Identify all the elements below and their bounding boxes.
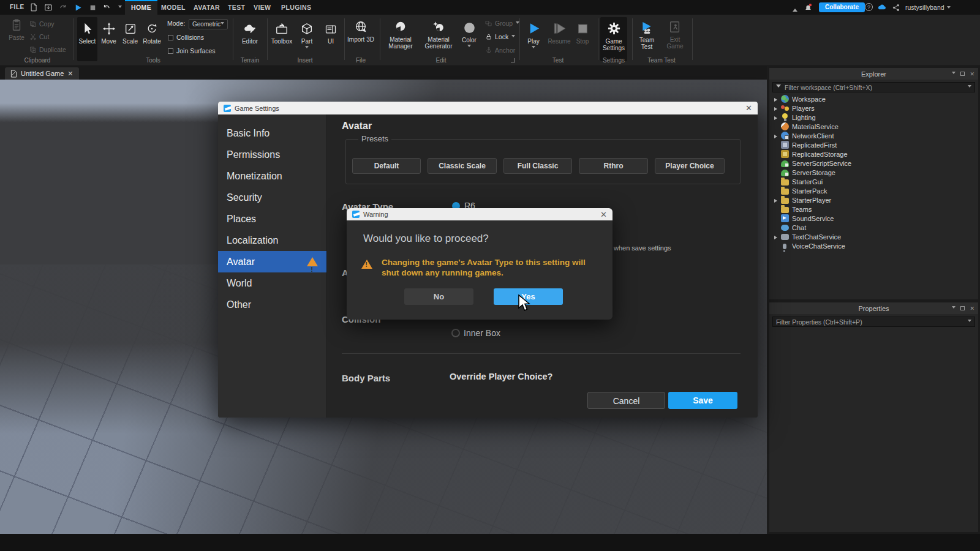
quick-play-icon[interactable] [72, 2, 83, 12]
mode-dropdown[interactable]: Geometric [189, 19, 228, 29]
tree-item[interactable]: StarterGui [769, 177, 978, 186]
quick-stop-icon[interactable] [87, 2, 98, 12]
resume-button[interactable]: Resume [546, 21, 572, 45]
play-caret-icon[interactable] [532, 46, 535, 50]
warning-titlebar[interactable]: Warning ✕ [347, 208, 612, 220]
ui-button[interactable]: UI [321, 23, 341, 45]
preset-classic-scale-button[interactable]: Classic Scale [428, 158, 497, 174]
warning-close-icon[interactable]: ✕ [600, 211, 607, 219]
preset-player-choice-button[interactable]: Player Choice [655, 158, 725, 174]
material-manager-button[interactable]: Material Manager [383, 20, 418, 50]
collisions-checkbox-box[interactable] [168, 35, 173, 40]
share-icon[interactable] [891, 2, 902, 12]
help-icon[interactable]: ? [865, 3, 873, 11]
customize-toolbar-icon[interactable] [115, 2, 126, 12]
tree-item[interactable]: Teams [769, 204, 978, 214]
exit-game-button[interactable]: Exit Game [663, 20, 687, 50]
open-file-icon[interactable] [43, 2, 54, 12]
properties-header[interactable]: Properties ✕ [769, 302, 978, 314]
tree-item[interactable]: StarterPack [769, 186, 978, 195]
play-button[interactable]: Play [523, 21, 544, 50]
explorer-close-icon[interactable]: ✕ [970, 71, 974, 77]
cut-button[interactable]: Cut [29, 33, 49, 40]
close-tab-icon[interactable]: ✕ [67, 70, 73, 78]
collisions-checkbox[interactable]: Collisions [168, 34, 204, 41]
duplicate-button[interactable]: Duplicate [29, 46, 66, 53]
file-menu[interactable]: FILE [5, 0, 29, 15]
tab-plugins[interactable]: PLUGINS [275, 0, 317, 15]
no-button[interactable]: No [404, 288, 473, 305]
color-caret-icon[interactable] [467, 45, 471, 49]
nav-world[interactable]: World [218, 272, 326, 294]
properties-close-icon[interactable]: ✕ [970, 305, 974, 312]
nav-avatar[interactable]: Avatar [218, 251, 326, 272]
tree-item[interactable]: SoundService [769, 214, 978, 223]
collaborate-button[interactable]: Collaborate [819, 2, 865, 12]
cloud-sync-icon[interactable] [876, 2, 888, 12]
redo-icon[interactable] [58, 2, 69, 12]
move-tool-button[interactable]: Move [99, 22, 119, 45]
material-generator-button[interactable]: Material Generator [420, 20, 457, 50]
tab-avatar[interactable]: AVATAR [187, 0, 226, 15]
select-tool-button[interactable]: Select [77, 17, 97, 61]
inner-box-radio[interactable] [451, 329, 460, 337]
undo-icon[interactable] [101, 2, 112, 12]
save-button[interactable]: Save [668, 392, 737, 409]
nav-localization[interactable]: Localization [218, 230, 326, 251]
explorer-collapse-icon[interactable] [952, 72, 956, 76]
expand-arrow-icon[interactable] [774, 105, 781, 112]
tab-model[interactable]: MODEL [155, 0, 192, 15]
expand-arrow-icon[interactable] [774, 132, 781, 140]
game-settings-close-icon[interactable]: ✕ [745, 104, 752, 112]
properties-float-icon[interactable] [960, 306, 965, 310]
tree-item[interactable]: TextChatService [769, 232, 978, 241]
join-surfaces-checkbox[interactable]: Join Surfaces [168, 47, 216, 54]
join-surfaces-checkbox-box[interactable] [168, 48, 173, 54]
tree-item[interactable]: ServerStorage [769, 168, 978, 177]
expand-arrow-icon[interactable] [774, 114, 781, 121]
toolbox-button[interactable]: Toolbox [270, 22, 294, 45]
tree-item[interactable]: Players [769, 103, 978, 113]
expand-arrow-icon[interactable] [774, 233, 781, 241]
explorer-float-icon[interactable] [960, 72, 965, 76]
explorer-filter-caret-icon[interactable] [968, 85, 971, 89]
paste-button[interactable]: Paste [6, 18, 27, 41]
tree-item[interactable]: ReplicatedStorage [769, 149, 978, 159]
copy-button[interactable]: Copy [29, 20, 55, 28]
nav-monetization[interactable]: Monetization [218, 165, 326, 187]
anchor-button[interactable]: Anchor [485, 47, 515, 54]
username-label[interactable]: rustysillyband [905, 0, 944, 15]
game-settings-button[interactable]: Game Settings [600, 17, 627, 61]
edit-group-launcher-icon[interactable] [511, 58, 515, 62]
part-caret-icon[interactable] [305, 46, 309, 50]
preset-rthro-button[interactable]: Rthro [579, 158, 648, 174]
nav-basic-info[interactable]: Basic Info [218, 122, 326, 144]
user-menu-caret-icon[interactable] [947, 6, 951, 10]
part-button[interactable]: Part [296, 22, 317, 50]
collapse-ribbon-icon[interactable] [793, 6, 797, 12]
terrain-editor-button[interactable]: Editor [238, 22, 262, 45]
tree-item[interactable]: ReplicatedFirst [769, 140, 978, 149]
tree-item[interactable]: NetworkClient [769, 131, 978, 140]
team-test-button[interactable]: Team Test [635, 20, 659, 51]
rotate-tool-button[interactable]: Rotate [141, 22, 162, 45]
tree-item[interactable]: MaterialService [769, 122, 978, 131]
preset-default-button[interactable]: Default [352, 158, 421, 174]
tree-item[interactable]: VoiceChatService [769, 241, 978, 250]
tree-item[interactable]: Lighting [769, 113, 978, 122]
expand-arrow-icon[interactable] [774, 96, 781, 103]
group-button[interactable]: Group [485, 20, 519, 27]
properties-collapse-icon[interactable] [952, 306, 956, 310]
tree-item[interactable]: StarterPlayer [769, 195, 978, 204]
new-file-icon[interactable] [28, 2, 39, 12]
explorer-filter-input[interactable]: Filter workspace (Ctrl+Shift+X) [772, 82, 975, 92]
lock-button[interactable]: Lock [485, 33, 515, 40]
properties-filter-input[interactable]: Filter Properties (Ctrl+Shift+P) [772, 317, 975, 327]
nav-places[interactable]: Places [218, 208, 326, 230]
color-button[interactable]: Color [458, 21, 480, 49]
notifications-bell-icon[interactable] [802, 2, 813, 12]
cancel-button[interactable]: Cancel [587, 392, 665, 409]
tab-home[interactable]: HOME [125, 0, 157, 15]
preset-full-classic-button[interactable]: Full Classic [503, 158, 572, 174]
explorer-header[interactable]: Explorer ✕ [769, 68, 978, 80]
